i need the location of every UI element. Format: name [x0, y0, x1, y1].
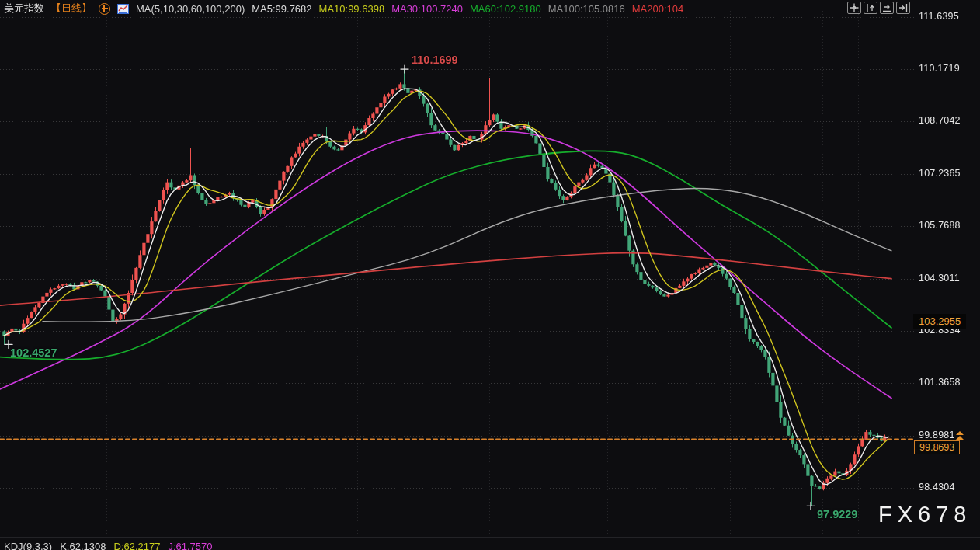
kdj-j-value: J:61.7570 [168, 541, 212, 550]
chart-header: 美元指数 【日线】 MA(5,10,30,60,100,200) MA5:99.… [4, 2, 683, 16]
symbol-name: 美元指数 [4, 2, 44, 16]
mini-chart-icon[interactable] [117, 4, 129, 14]
watermark: FX678 [878, 502, 971, 527]
price-axis[interactable]: 111.6395110.1719108.7042107.2365105.7688… [0, 0, 980, 550]
axis-tick-label: 98.4304 [919, 482, 955, 493]
price-annotation: 97.9229 [817, 508, 857, 520]
price-annotation: 110.1699 [412, 54, 458, 66]
price-annotation: 102.4527 [10, 346, 57, 359]
axis-tick-label: 101.3658 [919, 377, 961, 388]
axis-highlight-badge: 103.2955 [913, 314, 966, 329]
axis-tick-label: 110.1719 [919, 63, 960, 74]
axis-tick-label: 108.7042 [919, 115, 961, 126]
ma60-value: MA60:102.9180 [470, 3, 541, 15]
kdj-d-value: D:62.2177 [113, 541, 160, 550]
ma200-value: MA200:104 [632, 3, 684, 15]
axis-tick-label: 104.3011 [919, 273, 960, 284]
period-label[interactable]: 【日线】 [51, 2, 92, 16]
ma5-value: MA5:99.7682 [252, 3, 311, 15]
axis-tick-label: 105.7688 [919, 220, 961, 231]
price-up-arrow-icon [956, 431, 964, 440]
axis-tick-label: 107.2365 [919, 168, 961, 179]
crosshair-icon[interactable] [847, 2, 861, 14]
axis-tick-label: 99.8981 [919, 430, 955, 440]
scale-x-axis-icon[interactable] [880, 2, 894, 14]
chart-window: 美元指数 【日线】 MA(5,10,30,60,100,200) MA5:99.… [0, 0, 980, 550]
ma30-value: MA30:100.7240 [391, 3, 463, 15]
circle-plus-icon[interactable] [99, 3, 110, 15]
axis-tick-label: 111.6395 [919, 11, 959, 22]
current-price-badge: 99.8693 [914, 440, 960, 454]
ma10-value: MA10:99.6398 [319, 3, 385, 15]
chart-toolbar [847, 2, 910, 14]
go-to-latest-icon[interactable] [896, 2, 910, 14]
ma-group-label: MA(5,10,30,60,100,200) [136, 3, 245, 15]
indicator-footer: KDJ(9,3,3) K:62.1308 D:62.2177 J:61.7570 [4, 541, 213, 550]
kdj-label: KDJ(9,3,3) [4, 541, 52, 550]
scale-y-axis-icon[interactable] [864, 2, 877, 14]
ma100-value: MA100:105.0816 [548, 3, 625, 15]
kdj-k-value: K:62.1308 [60, 541, 106, 550]
